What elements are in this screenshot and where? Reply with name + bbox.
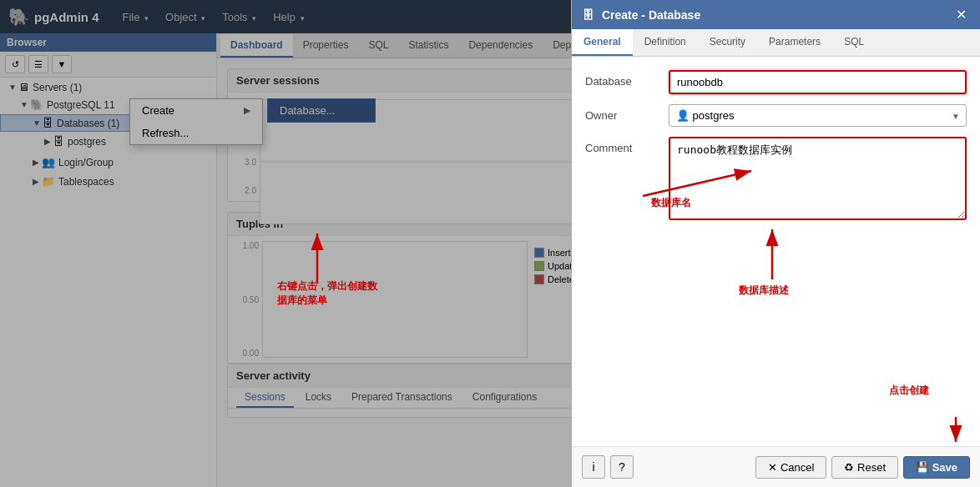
info-button[interactable]: i — [582, 455, 605, 479]
comment-label: Comment — [585, 137, 669, 154]
modal-tab-definition[interactable]: Definition — [633, 29, 698, 56]
footer-right-buttons: ✕ Cancel ♻ Reset 💾 Save — [755, 456, 970, 479]
modal-tab-bar: General Definition Security Parameters S… — [572, 29, 980, 57]
owner-select-wrapper: 👤 postgres — [669, 104, 967, 127]
modal-tab-parameters[interactable]: Parameters — [757, 29, 832, 56]
database-label: Database — [585, 70, 669, 88]
form-row-owner: Owner 👤 postgres — [585, 104, 967, 127]
reset-button[interactable]: ♻ Reset — [831, 456, 898, 479]
cancel-button[interactable]: ✕ Cancel — [755, 456, 826, 479]
modal-footer: i ? ✕ Cancel ♻ Reset 💾 Save — [572, 446, 980, 487]
main-layout: Browser ↺ ☰ ▼ ▼ 🖥 Servers (1) ▼ — [0, 33, 980, 487]
modal-tab-general[interactable]: General — [572, 29, 633, 56]
owner-label: Owner — [585, 104, 669, 122]
modal-form: Database Owner 👤 postgres Commen — [572, 57, 980, 446]
modal-title: Create - Database — [602, 8, 700, 22]
owner-select[interactable]: 👤 postgres — [669, 104, 967, 127]
footer-left-buttons: i ? — [582, 455, 634, 479]
save-button[interactable]: 💾 Save — [903, 456, 970, 479]
database-header-icon: 🗄 — [582, 8, 594, 22]
database-input[interactable] — [669, 70, 967, 94]
modal-tab-security[interactable]: Security — [698, 29, 757, 56]
modal-close-button[interactable]: ✕ — [952, 7, 970, 23]
modal-tab-sql[interactable]: SQL — [832, 29, 876, 56]
comment-field: runoob教程数据库实例 — [669, 137, 967, 223]
database-field — [669, 70, 967, 94]
form-row-database: Database — [585, 70, 967, 94]
modal-title-row: 🗄 Create - Database — [582, 8, 700, 22]
form-row-comment: Comment runoob教程数据库实例 — [585, 137, 967, 223]
owner-field: 👤 postgres — [669, 104, 967, 127]
comment-textarea[interactable]: runoob教程数据库实例 — [669, 137, 967, 220]
help-button[interactable]: ? — [610, 455, 634, 479]
create-database-modal: 🗄 Create - Database ✕ General Definition… — [571, 0, 980, 487]
modal-header: 🗄 Create - Database ✕ — [572, 0, 980, 29]
